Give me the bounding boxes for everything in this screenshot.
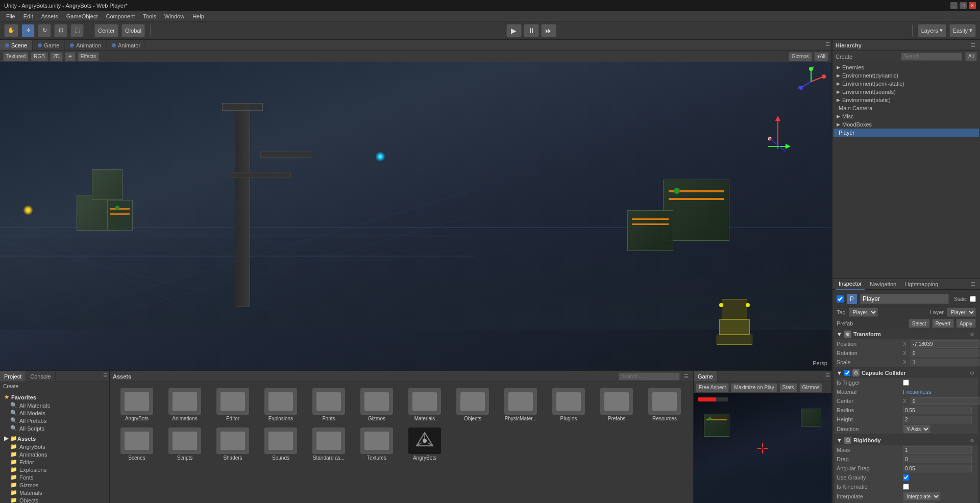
tree-animations[interactable]: 📁 Animations [2,450,107,458]
menu-help[interactable]: Help [188,12,208,20]
tab-inspector[interactable]: Inspector [836,279,865,290]
menu-tools[interactable]: Tools [139,12,160,20]
hierarchy-enemies[interactable]: ▶ Enemies [834,63,979,71]
create-hierarchy-btn[interactable]: Create [836,54,852,60]
hierarchy-moodboxes[interactable]: ▶ MoodBoxes [834,120,979,129]
tree-gizmos[interactable]: 📁 Gizmos [2,481,107,489]
tab-scene[interactable]: Scene [0,40,33,51]
capsule-enable-checkbox[interactable] [844,370,850,376]
favorites-header[interactable]: ★ Favorites [2,393,107,401]
center-button[interactable]: Center [94,24,118,37]
tab-navigation[interactable]: Navigation [867,279,899,290]
tab-project[interactable]: Project [0,371,26,382]
object-name-input[interactable] [860,294,949,304]
tree-fonts[interactable]: 📁 Fonts [2,473,107,481]
asset-standard[interactable]: Standard as... [306,425,352,463]
maximize-play-btn[interactable]: Maximize on Play [731,383,777,392]
tab-console[interactable]: Console [26,371,55,382]
select-prefab-btn[interactable]: Select [909,319,930,328]
material-value[interactable]: Frictionless [903,389,976,395]
search-all-btn[interactable]: All [965,52,977,61]
capsule-settings-btn[interactable]: ⚙ [968,369,976,377]
radius-input[interactable] [903,407,972,414]
aspect-btn[interactable]: Free Aspect [696,383,729,392]
asset-angrybots[interactable]: AngryBots [114,386,160,423]
tree-angrybots[interactable]: 📁 AngryBots [2,443,107,450]
rect-tool[interactable]: ⬚ [70,24,84,37]
use-gravity-checkbox[interactable] [903,474,909,481]
rigidbody-settings-btn[interactable]: ⚙ [968,436,976,444]
rotate-tool[interactable]: ↻ [38,24,51,37]
center-x[interactable] [911,397,979,405]
hierarchy-env-sounds[interactable]: ▶ Environment(sounds) [834,88,979,96]
hierarchy-main-camera[interactable]: Main Camera [834,104,979,112]
tree-all-models[interactable]: 🔍 All Models [2,409,107,417]
asset-scenes[interactable]: Scenes [114,425,160,463]
hierarchy-env-dynamic[interactable]: ▶ Environment(dynamic) [834,71,979,80]
layer-dropdown[interactable]: Player [947,308,976,317]
assets-tree-header[interactable]: ▶ 📁 Assets [2,434,107,443]
asset-editor[interactable]: Editor [210,386,256,423]
rotation-x[interactable] [911,349,979,357]
scene-viewport[interactable]: X Y Z Persp [0,62,831,370]
tree-all-scripts[interactable]: 🔍 All Scripts [2,424,107,432]
transform-header[interactable]: ▼ ⊕ Transform ⚙ [835,329,978,339]
asset-plugins[interactable]: Plugins [546,386,592,423]
menu-file[interactable]: File [2,12,19,20]
hand-tool[interactable]: ✋ [4,24,18,37]
hierarchy-search-input[interactable] [901,53,962,61]
tag-dropdown[interactable]: Player [849,308,878,317]
create-label[interactable]: Create [3,384,18,389]
hierarchy-menu-btn[interactable]: ☰ [969,41,977,49]
tree-all-prefabs[interactable]: 🔍 All Prefabs [2,417,107,424]
inspector-menu-btn[interactable]: ☰ [969,280,977,288]
is-trigger-checkbox[interactable] [903,380,909,386]
tree-editor[interactable]: 📁 Editor [2,458,107,466]
asset-scripts[interactable]: Scripts [162,425,208,463]
effects-btn[interactable]: Effects [78,52,99,61]
game-preview-viewport[interactable] [694,393,831,503]
hierarchy-env-static[interactable]: ▶ Environment(static) [834,96,979,104]
apply-prefab-btn[interactable]: Apply [956,319,976,328]
capsule-collider-header[interactable]: ▼ ⊙ Capsule Collider ⚙ [835,368,978,378]
tab-lightmapping[interactable]: Lightmapping [901,279,941,290]
static-checkbox[interactable] [970,296,976,302]
tree-explosions[interactable]: 📁 Explosions [2,466,107,473]
asset-physicmaterials[interactable]: PhysicMater... [498,386,544,423]
hierarchy-env-semi[interactable]: ▶ Environment(semi-static) [834,80,979,88]
asset-animations[interactable]: Animations [162,386,208,423]
menu-window[interactable]: Window [160,12,188,20]
scale-x[interactable] [911,359,979,366]
scale-tool[interactable]: ⊡ [54,24,67,37]
height-input[interactable] [903,416,972,423]
position-x[interactable] [911,340,979,348]
tab-animation[interactable]: Animation [65,40,107,51]
asset-shaders[interactable]: Shaders [210,425,256,463]
move-tool[interactable]: ✛ [21,24,35,37]
render-mode-btn[interactable]: Textured [3,52,29,61]
asset-gizmos[interactable]: Gizmos [354,386,400,423]
step-button[interactable]: ⏭ [541,24,556,37]
menu-edit[interactable]: Edit [19,12,37,20]
mode-2d-btn[interactable]: 2D [50,52,63,61]
gizmos-btn[interactable]: Gizmos [789,52,812,61]
close-button[interactable]: ✕ [969,2,976,9]
project-panel-menu[interactable]: ☰ [101,371,109,379]
asset-materials[interactable]: Materials [402,386,448,423]
asset-fonts[interactable]: Fonts [306,386,352,423]
menu-component[interactable]: Component [102,12,139,20]
tab-animator[interactable]: Animator [107,40,146,51]
assets-panel-menu[interactable]: ☰ [682,372,690,381]
layers-dropdown-btn[interactable]: Layers ▾ [918,24,946,37]
revert-prefab-btn[interactable]: Revert [932,319,954,328]
asset-angrybots-unity[interactable]: AngryBots [402,425,448,463]
stats-btn[interactable]: Stats [779,383,797,392]
maximize-button[interactable]: □ [960,2,967,9]
asset-textures[interactable]: Textures [354,425,400,463]
interpolate-dropdown[interactable]: Interpolate [903,492,941,501]
asset-explosions[interactable]: Explosions [258,386,304,423]
game-gizmos-btn[interactable]: Gizmos [799,383,823,392]
hierarchy-misc[interactable]: ▶ Misc [834,112,979,120]
object-enable-checkbox[interactable] [837,295,844,303]
rigidbody-header[interactable]: ▼ ⬡ Rigidbody ⚙ [835,435,978,445]
